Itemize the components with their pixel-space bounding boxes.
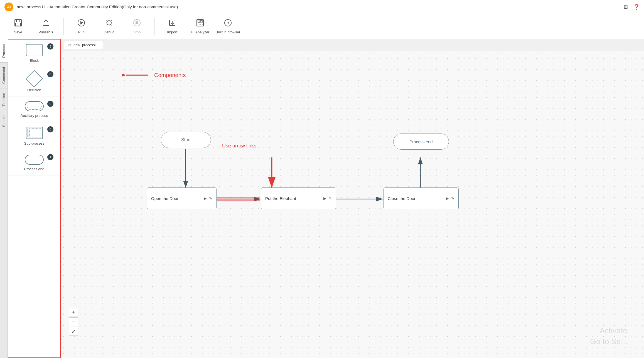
node-close-door[interactable]: Close the Door ▶ ✎	[384, 187, 459, 209]
svg-marker-6	[80, 21, 83, 24]
tab-search[interactable]: Search	[0, 111, 8, 131]
block-label: Block	[30, 58, 39, 63]
import-button[interactable]: Import	[160, 15, 185, 38]
run-label: Run	[78, 30, 85, 34]
app-logo: AI	[4, 3, 13, 11]
arrow-links-annotation: Use arrow links	[222, 143, 256, 149]
built-in-browser-button[interactable]: B Built in browser	[215, 15, 240, 38]
tab-command[interactable]: Command	[0, 62, 8, 88]
canvas-tab-icon: ⚙	[68, 43, 72, 47]
run-button[interactable]: Run	[69, 15, 94, 38]
edit-icon[interactable]: ✎	[209, 196, 212, 201]
auxiliary-badge: 0	[47, 101, 53, 107]
canvas-tab[interactable]: ⚙ new_process11	[64, 41, 103, 49]
node-open-door-label: Open the Door	[151, 196, 178, 201]
node-close-door-actions: ▶ ✎	[446, 196, 454, 201]
save-icon	[14, 19, 22, 29]
processend-label: Process end	[24, 167, 44, 171]
publish-label: Publish ▾	[38, 30, 53, 34]
components-panel: 3 Block 0 Decision 0 Auxiliary process 0…	[8, 39, 61, 358]
fit-view-button[interactable]: ⤢	[69, 327, 78, 336]
component-decision[interactable]: 0 Decision	[8, 67, 60, 97]
subprocess-badge: 0	[47, 126, 53, 132]
decision-badge: 0	[47, 71, 53, 77]
publish-button[interactable]: Publish ▾	[33, 15, 58, 38]
svg-rect-1	[16, 19, 20, 22]
run-icon	[77, 19, 85, 29]
stop-button[interactable]: Stop	[124, 15, 149, 38]
ui-analyzer-button[interactable]: UI Analyzer	[188, 15, 213, 38]
titlebar: AI new_process11 - Automation Creator Co…	[0, 0, 644, 14]
svg-line-12	[107, 20, 107, 21]
toolbar: Save Publish ▾ Run	[0, 14, 644, 39]
svg-text:B: B	[227, 21, 229, 25]
svg-rect-17	[136, 21, 138, 24]
watermark-line2: Go to Se...	[590, 336, 627, 347]
component-block[interactable]: 3 Block	[8, 39, 60, 67]
vertical-tabs: Process Command Timeline Search	[0, 39, 8, 358]
block-badge: 3	[47, 43, 53, 50]
tab-bar: ⚙ new_process11	[61, 39, 644, 51]
play-icon-2[interactable]: ▶	[323, 196, 326, 201]
node-start-label: Start	[181, 137, 191, 142]
svg-rect-2	[16, 23, 21, 26]
canvas-area[interactable]: ⚙ new_process11	[61, 39, 644, 358]
component-auxiliary[interactable]: 0 Auxiliary process	[8, 97, 60, 122]
node-open-door-actions: ▶ ✎	[204, 196, 212, 201]
svg-rect-21	[198, 21, 200, 23]
node-close-door-label: Close the Door	[388, 196, 416, 201]
watermark-line1: Activate	[590, 325, 627, 336]
node-put-elephant-label: Put the Elephant	[265, 196, 296, 201]
debug-button[interactable]: Debug	[97, 15, 122, 38]
tab-timeline[interactable]: Timeline	[0, 88, 8, 111]
svg-point-7	[107, 21, 111, 25]
edit-icon-2[interactable]: ✎	[329, 196, 332, 201]
svg-rect-22	[200, 21, 202, 23]
debug-label: Debug	[104, 30, 114, 34]
components-arrow-icon	[122, 70, 150, 81]
import-icon	[168, 19, 176, 29]
tab-process[interactable]: Process	[0, 39, 8, 62]
svg-rect-24	[200, 23, 202, 25]
block-icon	[26, 44, 43, 56]
subprocess-icon	[26, 127, 43, 139]
processend-badge: 1	[47, 154, 53, 160]
debug-icon	[105, 19, 113, 29]
grid-icon[interactable]: ⊞	[624, 4, 628, 10]
publish-icon	[42, 19, 50, 29]
auxiliary-icon	[25, 101, 44, 111]
component-subprocess[interactable]: 0 Sub-process	[8, 122, 60, 150]
components-annotation: Components	[122, 70, 186, 81]
app-title: new_process11 - Automation Creator Commu…	[17, 4, 624, 9]
zoom-in-button[interactable]: +	[69, 308, 78, 317]
activate-watermark: Activate Go to Se...	[590, 325, 627, 347]
stop-icon	[133, 19, 141, 29]
component-processend[interactable]: 1 Process end	[8, 150, 60, 176]
ui-analyzer-label: UI Analyzer	[191, 30, 209, 34]
zoom-out-button[interactable]: −	[69, 317, 78, 326]
components-text: Components	[154, 72, 186, 78]
svg-line-15	[107, 24, 107, 25]
titlebar-icons: ⊞ ❓	[624, 4, 640, 10]
stop-label: Stop	[133, 30, 141, 34]
auxiliary-label: Auxiliary process	[21, 113, 48, 118]
toolbar-separator-1	[63, 18, 64, 35]
processend-icon	[25, 155, 44, 165]
node-process-end-label: Process end	[409, 139, 432, 144]
node-put-elephant-actions: ▶ ✎	[323, 196, 332, 201]
save-button[interactable]: Save	[6, 15, 31, 38]
svg-line-14	[111, 20, 112, 21]
play-icon-3[interactable]: ▶	[446, 196, 449, 201]
svg-line-13	[111, 24, 112, 25]
decision-icon	[27, 72, 41, 86]
node-put-elephant[interactable]: Put the Elephant ▶ ✎	[261, 187, 336, 209]
node-process-end[interactable]: Process end	[393, 134, 449, 150]
node-start[interactable]: Start	[161, 132, 211, 148]
decision-label: Decision	[27, 88, 41, 92]
svg-rect-23	[198, 23, 200, 25]
node-open-door[interactable]: Open the Door ▶ ✎	[147, 187, 217, 209]
play-icon[interactable]: ▶	[204, 196, 207, 201]
subprocess-label: Sub-process	[24, 141, 45, 145]
help-icon[interactable]: ❓	[633, 4, 640, 10]
edit-icon-3[interactable]: ✎	[451, 196, 454, 201]
